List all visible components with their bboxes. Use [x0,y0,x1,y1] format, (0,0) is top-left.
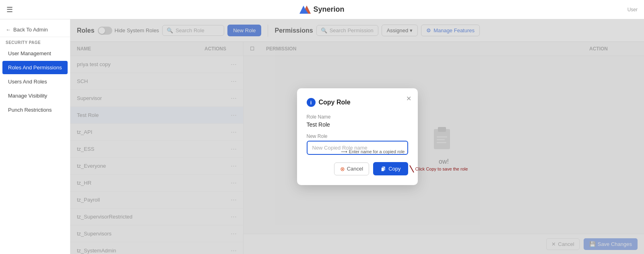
user-info: User [627,7,638,12]
sidebar-section-label: SECURITY PAGE [0,37,70,46]
sidebar-item-label: User Management [8,50,51,56]
logo-text: Synerion [313,5,344,14]
new-role-input-wrapper: ⟶ Enter name for a copied role [307,141,408,162]
back-to-admin-label: Back To Admin [13,27,48,33]
sidebar-item-label: Manage Visibility [8,93,47,99]
sidebar-item-label: Punch Restrictions [8,107,52,113]
modal-info-icon: i [307,98,316,107]
sidebar-item-users-and-roles[interactable]: Users And Roles [2,75,68,88]
role-name-label: Role Name [307,114,408,120]
copy-role-button[interactable]: Copy [373,162,408,175]
sidebar-item-label: Roles And Permissions [8,65,62,71]
svg-rect-8 [381,167,384,171]
new-copied-role-input[interactable] [307,141,408,155]
copy-annotation-text: Click Copy to save the role [415,167,468,171]
cancel-circle-icon: ⊗ [340,166,345,172]
role-name-value: Test Role [307,121,408,128]
modal-header: i Copy Role [307,98,408,107]
main-layout: ← Back To Admin SECURITY PAGE User Manag… [0,19,644,254]
modal-footer: ⊗ Cancel Copy [307,162,408,175]
modal-cancel-button[interactable]: ⊗ Cancel [334,162,369,175]
sidebar-item-label: Users And Roles [8,79,47,85]
copy-button-wrapper: Copy Click Copy to save the role [373,162,408,175]
synerion-logo-icon [299,6,311,14]
logo: Synerion [299,5,344,14]
back-to-admin[interactable]: ← Back To Admin [0,23,70,37]
copy-annotation: Click Copy to save the role [411,165,468,173]
sidebar-item-punch-restrictions[interactable]: Punch Restrictions [2,103,68,117]
top-header: ☰ Synerion User [0,0,644,19]
copy-role-modal: i Copy Role ✕ Role Name Test Role New Ro… [297,88,418,185]
hamburger-icon[interactable]: ☰ [6,5,13,14]
sidebar-item-manage-visibility[interactable]: Manage Visibility [2,89,68,102]
content-area: Roles Hide System Roles 🔍 New Role Permi… [70,19,644,254]
new-role-label: New Role [307,133,408,139]
annotation-line [409,165,414,172]
sidebar: ← Back To Admin SECURITY PAGE User Manag… [0,19,70,254]
copy-icon [380,166,386,172]
modal-title: Copy Role [319,99,351,106]
modal-close-button[interactable]: ✕ [406,95,411,102]
sidebar-item-user-management[interactable]: User Management [2,47,68,60]
modal-overlay: i Copy Role ✕ Role Name Test Role New Ro… [70,19,644,254]
sidebar-item-roles-and-permissions[interactable]: Roles And Permissions [2,61,68,74]
back-arrow-icon: ← [6,27,11,33]
